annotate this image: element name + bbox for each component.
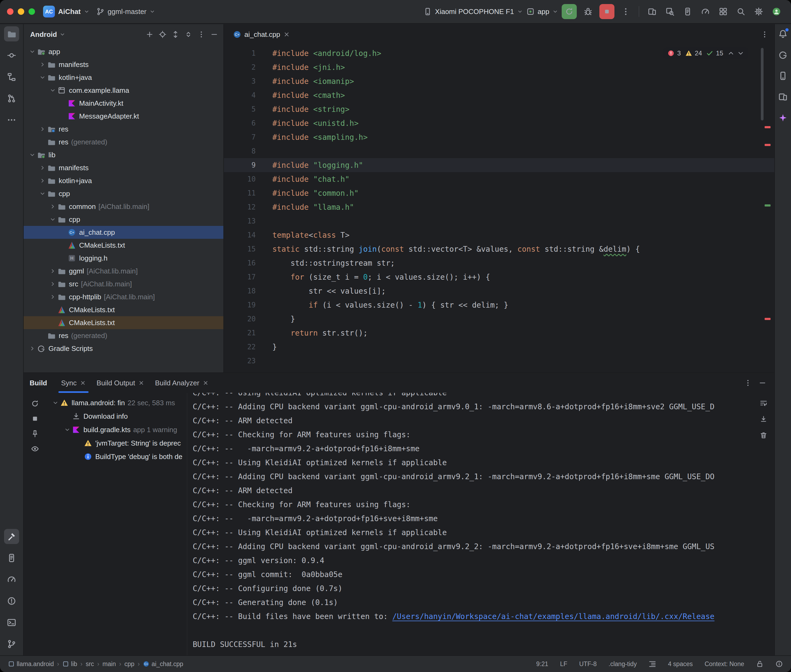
expand-all-button[interactable] [170,29,181,40]
clang-tidy-widget[interactable]: .clang-tidy [608,661,637,668]
code-style-button[interactable] [649,660,656,668]
project-tree-item-res[interactable]: res(generated) [24,136,223,149]
chevron-down-icon[interactable] [63,425,72,435]
indent-setting[interactable]: 4 spaces [668,661,693,668]
vcs-branch-widget[interactable]: ggml-master [96,8,155,16]
build-tree-item-jvmtarget-string-is-deprec[interactable]: 'jvmTarget: String' is deprec [46,437,187,450]
breadcrumb-main[interactable]: main [103,661,116,668]
console-file-link[interactable]: /Users/hanyin/Workspace/ai-chat/examples… [392,612,714,621]
chevron-down-icon[interactable] [48,214,58,224]
logcat-button[interactable] [680,4,695,19]
project-tree-item-res[interactable]: res(generated) [24,329,223,342]
project-tree-item-ggml[interactable]: ggml[AiChat.lib.main] [24,265,223,277]
breadcrumb-ai-chat-cpp[interactable]: C+ai_chat.cpp [143,661,183,668]
project-tree-item-mainactivity-kt[interactable]: MainActivity.kt [24,97,223,110]
chevron-right-icon[interactable] [38,176,47,186]
chevron-down-icon[interactable] [27,47,37,56]
project-tree-item-cpp-httplib[interactable]: cpp-httplib[AiChat.lib.main] [24,290,223,303]
project-tree-item-cpp[interactable]: cpp [24,213,223,226]
project-tree-item-res[interactable]: res [24,123,223,136]
device-selector[interactable]: Xiaomi POCOPHONE F1 [424,8,522,16]
code-editor[interactable]: 1#include <android/log.h>2#include <jni.… [224,45,774,373]
build-tree-item-llama-android-fin[interactable]: llama.android: fin22 sec, 583 ms [46,396,187,410]
chevron-right-icon[interactable] [48,279,58,289]
chevron-right-icon[interactable] [38,60,47,69]
structure-button[interactable] [4,69,19,85]
version-control-button[interactable] [4,637,19,651]
more-tools-button[interactable] [716,4,731,19]
app-inspection-button[interactable] [663,4,677,19]
context-setting[interactable]: Context: None [704,661,744,668]
more-vertical-button[interactable] [196,29,207,40]
caret-position[interactable]: 9:21 [536,661,548,668]
running-devices-button[interactable] [775,89,791,104]
chevron-down-icon[interactable] [38,73,47,82]
more-button[interactable] [4,112,19,128]
run-config-selector[interactable]: app [526,8,558,16]
build-tab-sync[interactable]: Sync [56,373,91,393]
logcat-button[interactable] [4,550,19,565]
error-stripe-mark[interactable] [765,126,770,128]
project-tree-item-cpp[interactable]: cpp [24,187,223,200]
breadcrumb-src[interactable]: src [86,661,94,668]
soft-wrap-button[interactable] [757,397,770,409]
build-options-button[interactable] [742,377,754,389]
vcs-stripe-mark[interactable] [765,204,770,206]
pin-button[interactable] [29,427,42,440]
breadcrumb-lib[interactable]: lib [63,661,77,668]
project-tree-item-src[interactable]: src[AiChat.lib.main] [24,277,223,290]
editor-tab-options-button[interactable] [759,29,770,40]
project-tree-item-manifests[interactable]: manifests [24,162,223,174]
build-console[interactable]: C/C++: -- Using KleidiAI optimized kerne… [187,393,774,655]
commit-button[interactable] [4,48,19,63]
project-widget[interactable]: AC AiChat [43,6,89,18]
clear-button[interactable] [757,429,770,441]
collapse-all-button[interactable] [183,29,194,40]
chevron-down-icon[interactable] [48,85,58,95]
hide-build-window-button[interactable] [757,377,769,389]
locate-button[interactable] [157,29,168,40]
chevron-right-icon[interactable] [48,292,58,302]
build-tree-item-download-info[interactable]: Download info [46,410,187,423]
scroll-end-button[interactable] [757,413,770,425]
chevron-down-icon[interactable] [27,150,37,160]
highlighting-level-button[interactable] [775,660,783,668]
filter-button[interactable] [29,442,42,455]
project-tree-item-messageadapter-kt[interactable]: MessageAdapter.kt [24,110,223,123]
chevron-right-icon[interactable] [38,124,47,134]
chevron-down-icon[interactable] [38,189,47,198]
zoom-window-button[interactable] [29,8,35,15]
debug-button[interactable] [581,4,595,19]
close-tab-icon[interactable] [203,380,209,386]
chevron-down-icon[interactable] [60,32,65,37]
search-button[interactable] [733,4,748,19]
notifications-button[interactable] [775,26,791,42]
project-tree-item-cmakelists-txt[interactable]: CMakeLists.txt [24,316,223,329]
close-tab-icon[interactable] [283,31,290,38]
breadcrumb-cpp[interactable]: cpp [124,661,134,668]
project-tree-item-app[interactable]: app [24,45,223,58]
profile-button[interactable] [769,4,784,19]
problems-button[interactable] [4,594,19,608]
run-button[interactable] [562,4,577,19]
file-encoding[interactable]: UTF-8 [579,661,597,668]
profiler-button[interactable] [4,572,19,587]
build-tree-item-build-gradle-kts[interactable]: build.gradle.ktsapp 1 warning [46,423,187,437]
pull-requests-button[interactable] [4,91,19,106]
error-stripe-mark[interactable] [765,144,770,146]
chevron-right-icon[interactable] [38,163,47,173]
chevron-down-icon[interactable] [51,398,60,408]
profiler-button[interactable] [698,4,713,19]
stop-button[interactable] [29,412,42,425]
project-tree-item-kotlin-java[interactable]: kotlin+java [24,71,223,84]
project-tree-item-cmakelists-txt[interactable]: CMakeLists.txt [24,239,223,252]
next-issue-icon[interactable] [737,50,744,57]
project-tree-item-com-example-llama[interactable]: com.example.llama [24,84,223,97]
chevron-right-icon[interactable] [48,202,58,211]
chevron-right-icon[interactable] [48,266,58,276]
assistant-button[interactable] [775,110,791,125]
breadcrumb-llama-android[interactable]: llama.android [8,661,54,668]
project-tree-item-ai-chat-cpp[interactable]: C+ai_chat.cpp [24,226,223,239]
write-access-button[interactable] [756,660,764,668]
editor-tab-ai-chat-cpp[interactable]: C+ ai_chat.cpp [228,24,295,45]
